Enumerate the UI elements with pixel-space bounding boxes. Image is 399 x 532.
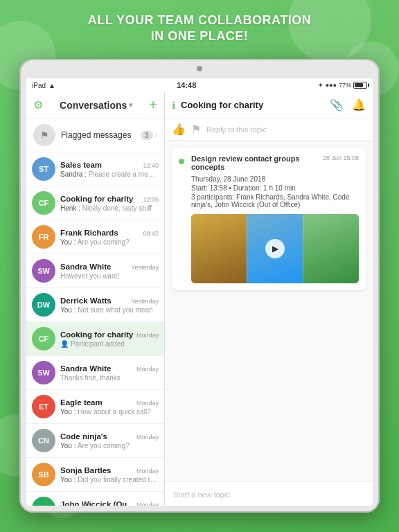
conv-preview: You : Not sure what you mean — [60, 306, 159, 314]
messages-area: Design review contact groups concepts 28… — [165, 141, 373, 481]
ipad-screen: iPad ▲ 14:48 ✦ ●●● 77% ⚙ Conversations — [26, 78, 373, 506]
conversation-list: ST Sales team 12:40 Sandra : Please crea… — [26, 152, 164, 506]
flagged-label: Flagged messages — [61, 130, 131, 140]
conv-time: Yesterday — [131, 264, 159, 271]
conv-name: Sandra White — [60, 263, 111, 271]
conv-body: Sonja Bartles Monday You : Did you final… — [60, 466, 159, 484]
conv-body: Derrick Watts Yesterday You : Not sure w… — [60, 296, 159, 314]
notification-icon[interactable]: 🔔 — [352, 98, 366, 112]
conv-top: Cooking for charity 12:06 — [60, 195, 159, 203]
avatar: CF — [32, 327, 55, 351]
conv-name: Frank Richards — [60, 229, 118, 237]
conv-preview: You : Are you coming? — [60, 238, 159, 246]
conv-top: Eagle team Monday — [60, 398, 159, 407]
flagged-messages-row[interactable]: ⚑ Flagged messages 3 › — [26, 118, 164, 152]
ipad-camera — [197, 66, 202, 71]
chat-title: Cooking for charity — [181, 100, 324, 110]
list-item[interactable]: ST Sales team 12:40 Sandra : Please crea… — [26, 152, 164, 186]
bluetooth-icon: ✦ — [318, 82, 323, 89]
conv-preview: You : How about a quick call? — [60, 408, 159, 416]
conv-body: Eagle team Monday You : How about a quic… — [60, 398, 159, 416]
info-icon[interactable]: ℹ — [172, 100, 175, 111]
conv-body: Cooking for charity Monday 👤 Participant… — [60, 330, 159, 348]
conv-top: Sandra White Yesterday — [60, 263, 159, 271]
new-topic-input[interactable]: Start a new topic — [165, 481, 373, 506]
conv-name: Sonja Bartles — [60, 466, 112, 475]
conv-time: 08:42 — [143, 230, 159, 237]
status-bar: iPad ▲ 14:48 ✦ ●●● 77% — [26, 78, 373, 92]
event-title: Design review contact groups concepts — [191, 154, 323, 171]
avatar-initials: SW — [37, 369, 50, 377]
avatar: ET — [32, 395, 55, 418]
list-item[interactable]: DW Derrick Watts Yesterday You : Not sur… — [26, 288, 164, 322]
conv-time: Monday — [136, 366, 159, 373]
wifi-icon: ▲ — [48, 82, 55, 89]
list-item[interactable]: FR Frank Richards 08:42 You : Are you co… — [26, 220, 164, 254]
list-item[interactable]: JW John Wiccick (Out of ... Monday You :… — [26, 492, 164, 506]
video-panel-1 — [191, 214, 247, 283]
conv-body: Code ninja's Monday You : Are you coming… — [60, 432, 159, 450]
conv-preview: Thanks fine, thanks — [60, 374, 159, 382]
avatar-initials: FR — [39, 233, 49, 241]
conv-preview: Henk : Nicely done, tasty stuff — [60, 204, 159, 212]
conv-body: John Wiccick (Out of ... Monday You : Th… — [60, 500, 159, 506]
conversations-dropdown[interactable]: Conversations ▾ — [60, 100, 132, 111]
list-item[interactable]: CF Cooking for charity 12:06 Henk : Nice… — [26, 186, 164, 220]
right-panel: ℹ Cooking for charity 📎 🔔 👍 ⚑ Reply to t… — [165, 92, 373, 506]
conv-top: John Wiccick (Out of ... Monday — [60, 500, 159, 506]
conv-body: Sandra White Monday Thanks fine, thanks — [60, 364, 159, 382]
thumbs-up-icon[interactable]: 👍 — [172, 123, 186, 136]
flagged-count: 3 — [141, 131, 153, 140]
main-content: ⚙ Conversations ▾ + ⚑ Flagged messages 3… — [26, 92, 373, 506]
conv-name: Sandra White — [60, 364, 111, 373]
conv-name: Derrick Watts — [60, 296, 112, 305]
conv-preview: Sandra : Please create a meeting req... — [60, 170, 159, 178]
avatar: SB — [32, 463, 55, 486]
conv-body: Frank Richards 08:42 You : Are you comin… — [60, 229, 159, 246]
conv-top: Derrick Watts Yesterday — [60, 296, 159, 305]
signal-icon: ●●● — [326, 82, 337, 89]
list-item[interactable]: SW Sandra White Yesterday However you wa… — [26, 254, 164, 288]
video-thumbnail[interactable]: ▶ — [191, 214, 359, 283]
list-item[interactable]: CF Cooking for charity Monday 👤 Particip… — [26, 322, 164, 356]
event-timestamp: 28 Jun 15:08 — [323, 154, 359, 161]
chevron-right-icon: › — [155, 132, 157, 139]
list-item[interactable]: CN Code ninja's Monday You : Are you com… — [26, 424, 164, 458]
battery-indicator — [353, 82, 367, 89]
reply-bar: 👍 ⚑ Reply to this topic — [165, 118, 373, 141]
video-panel-3 — [303, 214, 359, 283]
conv-top: Sales team 12:40 — [60, 161, 159, 169]
list-item[interactable]: SW Sandra White Monday Thanks fine, than… — [26, 356, 164, 390]
conv-body: Sales team 12:40 Sandra : Please create … — [60, 161, 159, 178]
conv-top: Cooking for charity Monday — [60, 330, 159, 339]
avatar: CN — [32, 429, 55, 452]
participant-icon: 👤 — [60, 340, 69, 348]
conv-preview: 👤 Participant added — [60, 340, 159, 348]
conv-body: Sandra White Yesterday However you want! — [60, 263, 159, 280]
header-line1: ALL YOUR TEAM COLLABORATION — [0, 12, 399, 28]
conv-time: Monday — [136, 468, 159, 475]
play-button[interactable]: ▶ — [265, 239, 285, 258]
event-content: Design review contact groups concepts 28… — [191, 154, 359, 283]
avatar-initials: SB — [38, 470, 48, 479]
avatar-initials: CF — [39, 199, 49, 207]
avatar: SW — [32, 361, 55, 384]
conv-preview: However you want! — [60, 272, 159, 280]
conv-name: Eagle team — [60, 398, 103, 407]
event-start: Start: 13:58 • Duration: 1 h 10 min — [191, 184, 359, 192]
header-icons: 📎 🔔 — [330, 98, 366, 112]
chat-header: ℹ Cooking for charity 📎 🔔 — [165, 92, 373, 118]
flag-reply-icon[interactable]: ⚑ — [191, 123, 201, 136]
conv-name: Code ninja's — [60, 432, 107, 441]
attachment-icon[interactable]: 📎 — [330, 98, 344, 112]
avatar-initials: CN — [38, 436, 49, 445]
new-conversation-button[interactable]: + — [149, 97, 157, 113]
conv-body: Cooking for charity 12:06 Henk : Nicely … — [60, 195, 159, 212]
gear-icon[interactable]: ⚙ — [33, 98, 43, 112]
list-item[interactable]: SB Sonja Bartles Monday You : Did you fi… — [26, 458, 164, 492]
list-item[interactable]: ET Eagle team Monday You : How about a q… — [26, 390, 164, 424]
conv-time: 12:06 — [143, 196, 159, 203]
avatar: CF — [32, 191, 55, 215]
avatar-initials: JW — [38, 504, 50, 506]
reply-input[interactable]: Reply to this topic — [206, 125, 366, 134]
